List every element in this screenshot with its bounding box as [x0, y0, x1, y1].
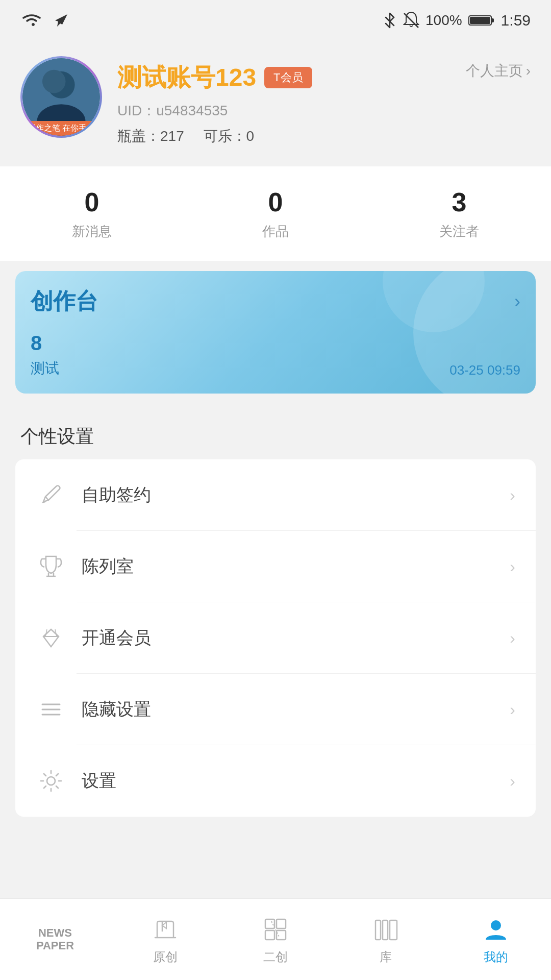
time-display: 1:59: [501, 12, 531, 29]
battery-text: 100%: [425, 12, 462, 29]
chevron-gallery-icon: ›: [510, 557, 515, 576]
settings-item-member[interactable]: 开通会员 ›: [15, 602, 536, 674]
nav-item-mine[interactable]: 我的: [441, 909, 551, 970]
settings-text-gallery: 陈列室: [82, 555, 494, 578]
settings-section-label: 个性设置: [0, 409, 551, 459]
stat-number-followers: 3: [452, 187, 467, 217]
svg-line-16: [271, 921, 280, 938]
nav-label-library: 库: [380, 949, 392, 965]
airplane-icon: [51, 11, 69, 30]
svg-rect-17: [375, 920, 381, 940]
currency-row: 瓶盖：217 可乐：0: [117, 127, 450, 146]
stat-new-messages[interactable]: 0 新消息: [0, 187, 184, 240]
avatar[interactable]: 创作之笔 在你手中: [20, 56, 102, 138]
svg-rect-13: [277, 919, 286, 928]
nav-label-secondary: 二创: [263, 949, 288, 965]
status-right: 100% 1:59: [383, 11, 531, 30]
nav-label-mine: 我的: [484, 949, 508, 965]
bluetooth-icon: [383, 11, 397, 30]
menu-icon: [36, 694, 66, 725]
username: 测试账号123: [117, 61, 256, 94]
gear-icon: [36, 766, 66, 796]
mine-icon: [481, 914, 511, 945]
member-badge: T会员: [264, 67, 312, 88]
uid-row: UID：u54834535: [117, 101, 450, 120]
svg-rect-14: [265, 930, 274, 940]
chevron-member-icon: ›: [510, 629, 515, 648]
nav-item-library[interactable]: 库: [331, 909, 441, 970]
nav-item-newspaper[interactable]: NEWSPAPER: [0, 922, 110, 957]
original-icon: [150, 914, 181, 945]
diamond-icon: [36, 623, 66, 653]
trophy-icon: [36, 551, 66, 582]
stat-label-messages: 新消息: [72, 223, 112, 240]
stat-label-followers: 关注者: [439, 223, 479, 240]
svg-rect-2: [491, 18, 494, 22]
battery-icon: [468, 14, 495, 27]
svg-point-20: [491, 920, 501, 930]
cola-count: 可乐：0: [204, 128, 255, 144]
personal-page-label: 个人主页: [466, 61, 523, 81]
svg-rect-15: [277, 930, 286, 940]
settings-item-hidden[interactable]: 隐藏设置 ›: [15, 674, 536, 745]
status-bar: 100% 1:59: [0, 0, 551, 41]
settings-item-gallery[interactable]: 陈列室 ›: [15, 531, 536, 602]
library-icon: [370, 914, 401, 945]
svg-point-11: [47, 777, 55, 785]
stat-number-works: 0: [268, 187, 283, 217]
settings-text-settings: 设置: [82, 769, 494, 793]
nav-label-original: 原创: [153, 949, 178, 965]
avatar-badge-text: 创作之笔 在你手中: [20, 121, 102, 136]
profile-info: 测试账号123 T会员 UID：u54834535 瓶盖：217 可乐：0: [117, 56, 450, 146]
studio-section[interactable]: 创作台 › 8 测试 03-25 09:59: [15, 271, 536, 394]
stat-number-messages: 0: [85, 187, 99, 217]
profile-section: 创作之笔 在你手中 测试账号123 T会员 UID：u54834535 瓶盖：2…: [0, 41, 551, 156]
stat-works[interactable]: 0 作品: [184, 187, 367, 240]
bottom-navigation: NEWSPAPER 原创 二创: [0, 898, 551, 980]
svg-rect-1: [470, 17, 490, 24]
settings-card: 自助签约 › 陈列室 › 开通会员 ›: [15, 459, 536, 817]
studio-date: 03-25 09:59: [449, 362, 520, 378]
stat-followers[interactable]: 3 关注者: [367, 187, 551, 240]
nav-item-secondary[interactable]: 二创: [220, 909, 331, 970]
settings-text-hidden: 隐藏设置: [82, 698, 494, 721]
studio-title: 创作台: [31, 286, 98, 316]
settings-text-sign: 自助签约: [82, 483, 494, 507]
bottle-caps: 瓶盖：217: [117, 128, 184, 144]
personal-page-link[interactable]: 个人主页 ›: [466, 56, 531, 81]
chevron-settings-icon: ›: [510, 772, 515, 791]
chevron-sign-icon: ›: [510, 486, 515, 505]
settings-text-member: 开通会员: [82, 626, 494, 650]
bottom-spacer: [0, 817, 551, 909]
chevron-right-icon: ›: [526, 63, 531, 79]
newspaper-label: NEWSPAPER: [36, 927, 74, 951]
wifi-icon: [20, 12, 43, 29]
status-left: [20, 11, 69, 30]
svg-rect-18: [383, 920, 388, 940]
settings-item-settings[interactable]: 设置 ›: [15, 745, 536, 817]
stat-label-works: 作品: [262, 223, 289, 240]
stats-section: 0 新消息 0 作品 3 关注者: [0, 166, 551, 261]
settings-item-sign[interactable]: 自助签约 ›: [15, 459, 536, 531]
chevron-hidden-icon: ›: [510, 700, 515, 719]
svg-rect-19: [390, 920, 397, 940]
nav-item-original[interactable]: 原创: [110, 909, 220, 970]
edit-icon: [36, 480, 66, 510]
username-row: 测试账号123 T会员: [117, 61, 450, 94]
secondary-icon: [260, 914, 291, 945]
svg-rect-12: [265, 919, 274, 928]
bell-mute-icon: [403, 11, 419, 30]
